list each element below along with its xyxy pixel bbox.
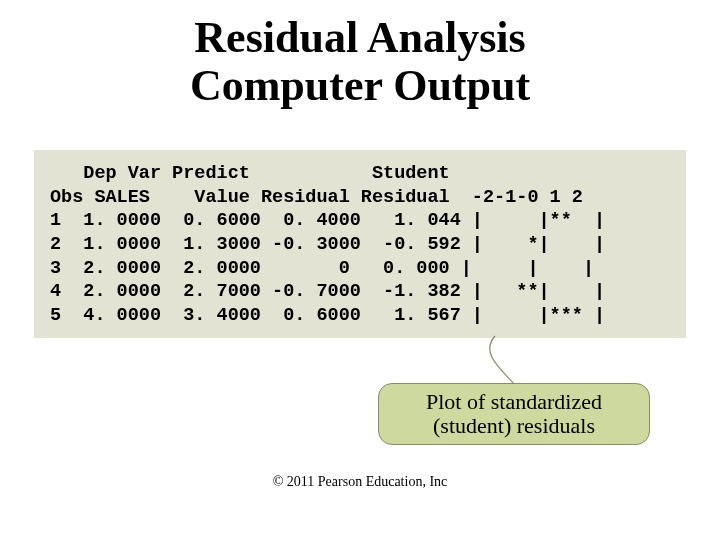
title-line-1: Residual Analysis bbox=[194, 13, 525, 62]
callout-connector-line bbox=[460, 333, 530, 388]
output-header-2: Obs SALES Value Residual Residual -2-1-0… bbox=[50, 187, 583, 208]
output-header-1: Dep Var Predict Student bbox=[50, 163, 450, 184]
copyright-text: © 2011 Pearson Education, Inc bbox=[0, 474, 720, 490]
callout-box: Plot of standardized (student) residuals bbox=[378, 383, 650, 445]
output-row-3: 3 2. 0000 2. 0000 0 0. 000 | | | bbox=[50, 258, 594, 279]
callout-line-1: Plot of standardized bbox=[426, 389, 602, 414]
slide: Residual Analysis Computer Output Dep Va… bbox=[0, 0, 720, 540]
callout-text: Plot of standardized (student) residuals bbox=[426, 390, 602, 438]
output-row-1: 1 1. 0000 0. 6000 0. 4000 1. 044 | |** | bbox=[50, 210, 605, 231]
title-line-2: Computer Output bbox=[190, 61, 530, 110]
slide-title: Residual Analysis Computer Output bbox=[0, 0, 720, 109]
output-row-5: 5 4. 0000 3. 4000 0. 6000 1. 567 | |*** … bbox=[50, 305, 605, 326]
output-row-2: 2 1. 0000 1. 3000 -0. 3000 -0. 592 | *| … bbox=[50, 234, 605, 255]
output-row-4: 4 2. 0000 2. 7000 -0. 7000 -1. 382 | **|… bbox=[50, 281, 605, 302]
callout-line-2: (student) residuals bbox=[433, 413, 595, 438]
output-panel: Dep Var Predict Student Obs SALES Value … bbox=[34, 150, 686, 338]
